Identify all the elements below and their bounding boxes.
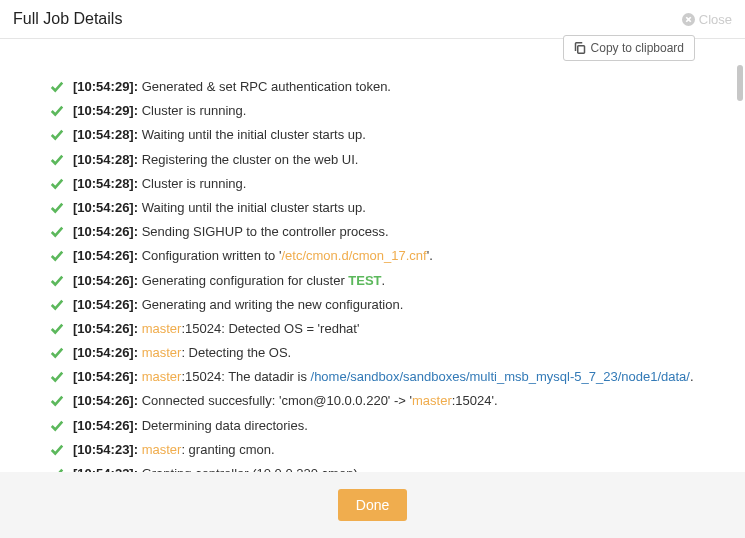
log-entry: [10:54:26]: Generating and writing the n…: [50, 293, 695, 317]
clipboard-icon: [574, 42, 586, 54]
log-timestamp: [10:54:26]:: [73, 248, 138, 263]
log-entry: [10:54:28]: Cluster is running.: [50, 172, 695, 196]
check-icon: [50, 153, 64, 167]
log-text: Connected succesfully: 'cmon@10.0.0.220'…: [142, 393, 412, 408]
check-icon: [50, 298, 64, 312]
log-timestamp: [10:54:28]:: [73, 152, 138, 167]
log-text: Registering the cluster on the web UI.: [142, 152, 359, 167]
log-text: :15024: The datadir is: [181, 369, 310, 384]
log-text: master: [142, 369, 182, 384]
log-text: : Detecting the OS.: [181, 345, 291, 360]
log-line: [10:54:26]: Configuration written to '/e…: [73, 247, 433, 265]
log-timestamp: [10:54:26]:: [73, 418, 138, 433]
toolbar: Copy to clipboard: [0, 39, 745, 61]
log-text: :15024: Detected OS = 'redhat': [181, 321, 359, 336]
log-text: Cluster is running.: [142, 103, 247, 118]
log-entry: [10:54:26]: master:15024: Detected OS = …: [50, 317, 695, 341]
log-text: master: [142, 345, 182, 360]
check-icon: [50, 419, 64, 433]
log-line: [10:54:26]: Generating and writing the n…: [73, 296, 403, 314]
log-text: Waiting until the initial cluster starts…: [142, 200, 366, 215]
log-timestamp: [10:54:26]:: [73, 273, 138, 288]
log-entry: [10:54:26]: Configuration written to '/e…: [50, 244, 695, 268]
log-text: TEST: [348, 273, 381, 288]
log-text: Determining data directories.: [142, 418, 308, 433]
log-text: Configuration written to ': [142, 248, 282, 263]
log-timestamp: [10:54:23]:: [73, 466, 138, 472]
log-line: [10:54:23]: Granting controller (10.0.0.…: [73, 465, 361, 472]
log-text: .: [382, 273, 386, 288]
log-entry: [10:54:26]: Waiting until the initial cl…: [50, 196, 695, 220]
log-entry: [10:54:26]: Sending SIGHUP to the contro…: [50, 220, 695, 244]
log-entry: [10:54:26]: Connected succesfully: 'cmon…: [50, 389, 695, 413]
close-label: Close: [699, 12, 732, 27]
log-timestamp: [10:54:26]:: [73, 393, 138, 408]
log-line: [10:54:26]: master:15024: Detected OS = …: [73, 320, 359, 338]
log-timestamp: [10:54:26]:: [73, 345, 138, 360]
log-text: Generated & set RPC authentication token…: [142, 79, 391, 94]
log-area[interactable]: [10:54:29]: Generated & set RPC authenti…: [0, 61, 745, 472]
log-line: [10:54:26]: Waiting until the initial cl…: [73, 199, 366, 217]
log-text: Granting controller (10.0.0.220,cmon).: [142, 466, 362, 472]
log-timestamp: [10:54:28]:: [73, 176, 138, 191]
scrollbar-thumb[interactable]: [737, 65, 743, 101]
log-timestamp: [10:54:29]:: [73, 79, 138, 94]
log-entry: [10:54:26]: Determining data directories…: [50, 414, 695, 438]
log-line: [10:54:26]: Connected succesfully: 'cmon…: [73, 392, 498, 410]
log-entry: [10:54:26]: master: Detecting the OS.: [50, 341, 695, 365]
log-timestamp: [10:54:26]:: [73, 369, 138, 384]
copy-to-clipboard-button[interactable]: Copy to clipboard: [563, 35, 695, 61]
log-text: master: [412, 393, 452, 408]
log-text: : granting cmon.: [181, 442, 274, 457]
modal-footer: Done: [0, 472, 745, 538]
log-line: [10:54:28]: Waiting until the initial cl…: [73, 126, 366, 144]
copy-label: Copy to clipboard: [591, 41, 684, 55]
log-line: [10:54:29]: Cluster is running.: [73, 102, 246, 120]
log-text: Sending SIGHUP to the controller process…: [142, 224, 389, 239]
log-timestamp: [10:54:26]:: [73, 224, 138, 239]
check-icon: [50, 346, 64, 360]
log-line: [10:54:29]: Generated & set RPC authenti…: [73, 78, 391, 96]
log-line: [10:54:26]: Sending SIGHUP to the contro…: [73, 223, 389, 241]
check-icon: [50, 322, 64, 336]
log-timestamp: [10:54:29]:: [73, 103, 138, 118]
check-icon: [50, 201, 64, 215]
check-icon: [50, 80, 64, 94]
log-text: '.: [427, 248, 433, 263]
log-line: [10:54:28]: Cluster is running.: [73, 175, 246, 193]
done-button[interactable]: Done: [338, 489, 407, 521]
check-icon: [50, 370, 64, 384]
check-icon: [50, 443, 64, 457]
log-text: .: [690, 369, 694, 384]
log-line: [10:54:26]: master: Detecting the OS.: [73, 344, 291, 362]
log-text: Cluster is running.: [142, 176, 247, 191]
check-icon: [50, 128, 64, 142]
page-title: Full Job Details: [13, 10, 122, 28]
modal-header: Full Job Details Close: [0, 0, 745, 39]
log-timestamp: [10:54:23]:: [73, 442, 138, 457]
log-timestamp: [10:54:26]:: [73, 321, 138, 336]
log-entry: [10:54:26]: master:15024: The datadir is…: [50, 365, 695, 389]
log-entry: [10:54:29]: Generated & set RPC authenti…: [50, 75, 695, 99]
log-text: master: [142, 321, 182, 336]
log-text: master: [142, 442, 182, 457]
log-entry: [10:54:23]: master: granting cmon.: [50, 438, 695, 462]
check-icon: [50, 104, 64, 118]
log-line: [10:54:26]: Generating configuration for…: [73, 272, 385, 290]
close-button[interactable]: Close: [682, 12, 732, 27]
log-entry: [10:54:28]: Registering the cluster on t…: [50, 148, 695, 172]
check-icon: [50, 225, 64, 239]
log-line: [10:54:23]: master: granting cmon.: [73, 441, 275, 459]
log-timestamp: [10:54:26]:: [73, 200, 138, 215]
log-text: Generating configuration for cluster: [142, 273, 349, 288]
check-icon: [50, 467, 64, 472]
log-timestamp: [10:54:28]:: [73, 127, 138, 142]
log-text: Waiting until the initial cluster starts…: [142, 127, 366, 142]
log-line: [10:54:26]: Determining data directories…: [73, 417, 308, 435]
log-text: /home/sandbox/sandboxes/multi_msb_mysql-…: [311, 369, 690, 384]
log-text: :15024'.: [452, 393, 498, 408]
log-text: Generating and writing the new configura…: [142, 297, 404, 312]
log-timestamp: [10:54:26]:: [73, 297, 138, 312]
log-entry: [10:54:29]: Cluster is running.: [50, 99, 695, 123]
log-line: [10:54:26]: master:15024: The datadir is…: [73, 368, 694, 386]
